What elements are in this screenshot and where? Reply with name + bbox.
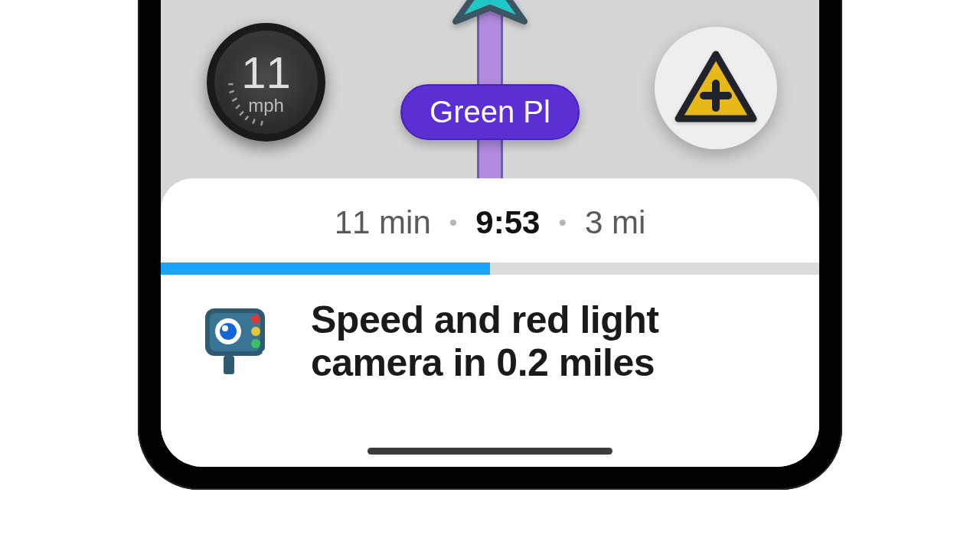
svg-line-4 bbox=[240, 112, 243, 116]
svg-point-20 bbox=[262, 367, 268, 373]
svg-line-0 bbox=[236, 105, 240, 109]
stage: 11 mph Green Pl bbox=[0, 0, 980, 551]
alert-message: Speed and red light camera in 0.2 miles bbox=[311, 298, 781, 384]
speedometer-value: 11 bbox=[241, 51, 291, 95]
eta-time: 9:53 bbox=[475, 204, 540, 241]
report-button[interactable] bbox=[655, 27, 777, 149]
svg-line-6 bbox=[253, 119, 254, 123]
svg-line-2 bbox=[230, 91, 234, 93]
svg-point-16 bbox=[251, 315, 260, 324]
svg-point-14 bbox=[222, 325, 228, 331]
speedometer-unit: mph bbox=[248, 96, 284, 115]
phone-frame: 11 mph Green Pl bbox=[138, 0, 842, 490]
svg-line-5 bbox=[245, 116, 248, 120]
warning-plus-icon bbox=[674, 50, 758, 126]
street-name-pill[interactable]: Green Pl bbox=[400, 84, 580, 140]
separator-dot: • bbox=[449, 210, 458, 236]
remaining-distance: 3 mi bbox=[585, 204, 645, 241]
phone-screen: 11 mph Green Pl bbox=[161, 0, 819, 467]
svg-point-13 bbox=[220, 323, 237, 340]
trip-stats-row: 11 min • 9:53 • 3 mi bbox=[161, 178, 819, 241]
svg-point-17 bbox=[251, 327, 260, 336]
speed-camera-icon bbox=[199, 298, 283, 385]
alert-row[interactable]: Speed and red light camera in 0.2 miles bbox=[161, 275, 819, 385]
svg-point-18 bbox=[251, 339, 260, 348]
svg-line-7 bbox=[261, 121, 262, 126]
street-name-label: Green Pl bbox=[430, 95, 550, 129]
svg-rect-15 bbox=[224, 356, 234, 374]
speedometer[interactable]: 11 mph bbox=[207, 23, 325, 142]
trip-summary-card[interactable]: 11 min • 9:53 • 3 mi bbox=[161, 178, 819, 467]
separator-dot: • bbox=[558, 210, 567, 236]
svg-line-1 bbox=[232, 98, 237, 101]
trip-progress-bar bbox=[161, 262, 819, 275]
trip-progress-fill bbox=[161, 262, 490, 275]
remaining-time: 11 min bbox=[335, 204, 431, 241]
home-indicator[interactable] bbox=[368, 448, 612, 455]
